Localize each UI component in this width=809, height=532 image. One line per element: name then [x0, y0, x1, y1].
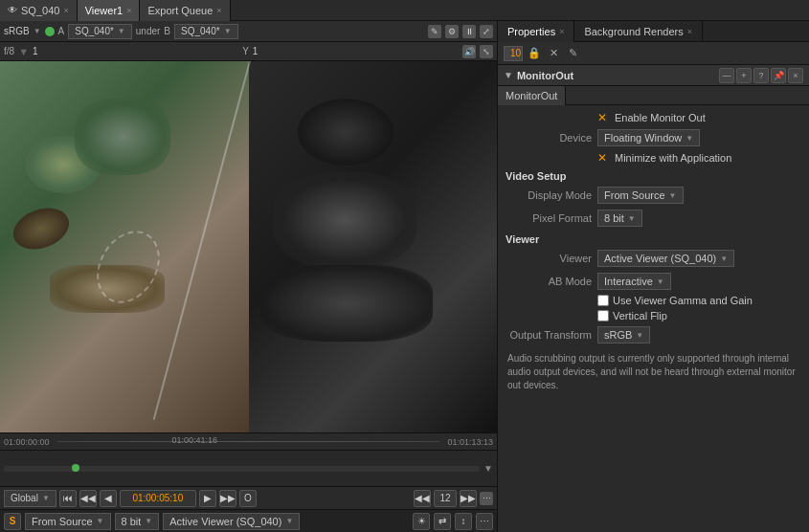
display-mode-label: Display Mode — [506, 189, 592, 201]
timeline-menu-icon[interactable]: ⋯ — [480, 492, 493, 505]
settings-icon[interactable]: ⚙ — [445, 25, 459, 38]
header-btn-x[interactable]: × — [788, 68, 803, 83]
next-key-button[interactable]: ▶▶ — [460, 490, 477, 507]
ab-mode-arrow: ▼ — [657, 277, 664, 286]
header-btn-pin[interactable]: 📌 — [771, 68, 786, 83]
collapse-arrow[interactable]: ▼ — [504, 70, 513, 80]
viewer-toolbar2: f/8 ▼ 1 Y 1 🔊 ⤡ — [0, 42, 497, 61]
step-back-button[interactable]: ◀ — [100, 490, 117, 507]
node-a-indicator — [45, 27, 55, 36]
tab-sq040[interactable]: 👁 SQ_040 × — [0, 0, 78, 21]
tab-viewer1[interactable]: Viewer1 × — [78, 0, 141, 21]
scroll-right-icon[interactable]: ▼ — [483, 463, 493, 474]
tab-bg-renders[interactable]: Background Renders × — [574, 21, 703, 42]
header-btn-question[interactable]: ? — [753, 68, 769, 83]
channel-b-label: B — [164, 26, 170, 36]
audio-icon[interactable]: 🔊 — [462, 45, 476, 58]
bit-depth-dropdown[interactable]: 8 bit ▼ — [115, 513, 160, 530]
video-setup-label: Video Setup — [506, 170, 566, 182]
tab-bg-renders-close[interactable]: × — [687, 27, 692, 36]
node-b-dropdown[interactable]: SQ_040* ▼ — [174, 24, 238, 39]
pen-icon[interactable]: ✎ — [565, 46, 580, 61]
monitor-tab-monitorout[interactable]: MonitorOut — [498, 86, 566, 105]
output-transform-label: Output Transform — [506, 329, 592, 341]
close-toolbar-icon[interactable]: ✕ — [546, 46, 561, 61]
viewer-canvas[interactable] — [0, 61, 497, 432]
prev-frame-button[interactable]: ◀◀ — [79, 490, 97, 507]
timeline-mid-label: 01:00:41:16 — [172, 435, 218, 445]
timeline-area: 01:00:00:00 01:00:41:16 01:01:13:13 ▼ Gl… — [0, 432, 497, 509]
more-icon[interactable]: ⋯ — [476, 513, 493, 530]
play-button[interactable]: ▶ — [199, 490, 216, 507]
tab-properties-close[interactable]: × — [559, 27, 564, 36]
prev-key-button[interactable]: ◀◀ — [414, 490, 431, 507]
tab-viewer1-label: Viewer1 — [85, 5, 124, 16]
flip-icon[interactable]: ↕ — [455, 513, 472, 530]
timeline-track[interactable]: ▼ — [0, 451, 497, 486]
pencil-icon[interactable]: ✎ — [428, 25, 441, 38]
toolbar-num: 10 — [504, 46, 523, 61]
pixel-format-row: Pixel Format 8 bit ▼ — [506, 209, 801, 228]
ab-mode-dropdown[interactable]: Interactive ▼ — [597, 273, 671, 290]
aperture-label: f/8 — [4, 46, 14, 56]
device-row: Device Floating Window ▼ — [506, 128, 801, 147]
comp-label: under — [136, 26, 161, 36]
device-dropdown[interactable]: Floating Window ▼ — [597, 129, 700, 146]
props-toolbar: 10 🔒 ✕ ✎ — [498, 42, 809, 65]
from-source-dropdown[interactable]: From Source ▼ — [25, 513, 111, 530]
tab-sq040-label: SQ_040 — [21, 5, 59, 16]
video-setup-section: Video Setup — [506, 170, 801, 182]
enable-monitor-row: ✕ Enable Monitor Out — [506, 111, 801, 124]
sun-icon[interactable]: ☀ — [413, 513, 430, 530]
expand-icon[interactable]: ⤢ — [480, 25, 493, 38]
device-arrow: ▼ — [685, 134, 693, 143]
display-mode-dropdown[interactable]: From Source ▼ — [597, 187, 684, 204]
tab-exportqueue-close[interactable]: × — [216, 6, 221, 15]
info-text: Audio scrubbing output is currently only… — [506, 352, 801, 392]
display-mode-arrow: ▼ — [669, 191, 677, 200]
viewer-label: Viewer — [506, 253, 592, 264]
transfer-icon[interactable]: ⇄ — [434, 513, 451, 530]
timeline-ruler-right: 01:01:13:13 — [447, 437, 493, 447]
output-transform-dropdown[interactable]: sRGB ▼ — [597, 326, 650, 344]
pause-icon[interactable]: ⏸ — [462, 25, 476, 38]
tab-viewer1-close[interactable]: × — [126, 6, 131, 15]
header-buttons: — + ? 📌 × — [719, 68, 803, 83]
gamma-checkbox[interactable] — [597, 295, 609, 306]
device-label: Device — [506, 132, 592, 144]
loop-button[interactable]: O — [239, 490, 257, 507]
viewer-dropdown[interactable]: Active Viewer (SQ_040) ▼ — [597, 250, 734, 267]
roi-icon[interactable]: ⤡ — [480, 45, 493, 58]
monitor-out-header: ▼ MonitorOut — + ? 📌 × — [498, 65, 809, 86]
global-dropdown[interactable]: Global ▼ — [4, 490, 56, 507]
viewer-icon-s[interactable]: S — [4, 513, 21, 530]
enable-monitor-check[interactable]: ✕ — [597, 111, 607, 124]
viewer-select-dropdown[interactable]: Active Viewer (SQ_040) ▼ — [163, 513, 300, 530]
pixel-format-arrow: ▼ — [628, 214, 636, 223]
goto-start-button[interactable]: ⏮ — [59, 490, 77, 507]
node-a-dropdown[interactable]: SQ_040* ▼ — [68, 24, 132, 39]
vertical-flip-checkbox[interactable] — [597, 310, 609, 321]
node-a-arrow: ▼ — [118, 27, 125, 35]
lock-icon[interactable]: 🔒 — [527, 46, 542, 61]
viewer-toolbar: sRGB ▼ A SQ_040* ▼ under B SQ_040* ▼ ✎ ⚙… — [0, 21, 497, 42]
viewer-left-half — [0, 61, 249, 432]
minimize-label: Minimize with Application — [615, 152, 731, 164]
tab-properties[interactable]: Properties × — [498, 21, 574, 42]
minimize-check[interactable]: ✕ — [597, 151, 607, 165]
tab-exportqueue[interactable]: Export Queue × — [140, 0, 230, 21]
header-btn-minus[interactable]: — — [719, 68, 734, 83]
play-fwd-button[interactable]: ▶▶ — [219, 490, 236, 507]
colorspace-arrow: ▼ — [34, 27, 41, 35]
props-tab-bar: Properties × Background Renders × — [498, 21, 809, 42]
ab-mode-row: AB Mode Interactive ▼ — [506, 272, 801, 291]
minimize-row: ✕ Minimize with Application — [506, 151, 801, 165]
enable-monitor-label: Enable Monitor Out — [615, 112, 706, 123]
pixel-format-label: Pixel Format — [506, 212, 592, 224]
tab-sq040-close[interactable]: × — [63, 6, 68, 15]
header-btn-plus[interactable]: + — [736, 68, 752, 83]
pixel-format-dropdown[interactable]: 8 bit ▼ — [597, 210, 642, 227]
display-mode-row: Display Mode From Source ▼ — [506, 186, 801, 205]
zoom-value: 1 — [33, 46, 38, 56]
current-time-display[interactable]: 01:00:05:10 — [120, 490, 196, 507]
